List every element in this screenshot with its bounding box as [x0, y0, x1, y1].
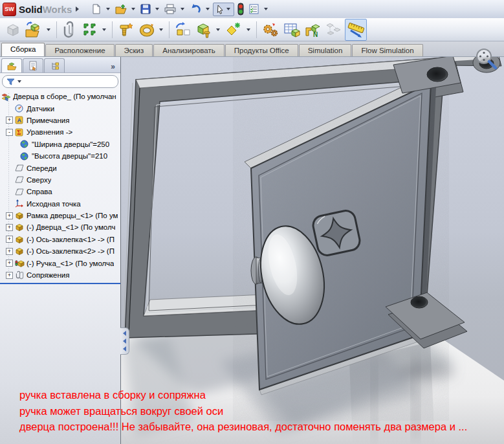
dropdown-caret-icon[interactable] — [206, 8, 210, 10]
tree-item-equation-height[interactable]: "Высота дверцы"=210 — [0, 150, 120, 162]
title-bar: SW SolidWorks — [0, 0, 504, 19]
expand-toggle[interactable]: - — [6, 129, 13, 136]
tab-simulation[interactable]: Simulation — [299, 44, 352, 56]
bill-of-materials-button[interactable] — [282, 20, 301, 39]
print-button[interactable] — [162, 3, 178, 16]
expand-toggle[interactable]: + — [6, 260, 13, 267]
assembly-toolbar: N — [0, 18, 504, 41]
dropdown-caret-icon[interactable] — [216, 28, 220, 31]
linear-component-pattern-button[interactable] — [81, 20, 99, 39]
tree-item-handle-part[interactable]: + (-) Ручка_<1> (По умолча — [0, 257, 120, 269]
dropdown-caret-icon[interactable] — [226, 8, 230, 10]
expand-toggle[interactable]: + — [6, 236, 13, 243]
annotation-text: ручка вставлена в сборку и сопряжна ручк… — [19, 387, 467, 435]
origin-icon — [15, 199, 25, 208]
expand-toggle[interactable]: + — [6, 248, 13, 255]
svg-text:Σ: Σ — [17, 129, 21, 136]
options-list-button[interactable] — [247, 3, 261, 16]
tree-item-axis-rivet-1[interactable]: + (-) Ось-заклепка<1> -> (П — [0, 234, 120, 245]
annotations-icon: A — [15, 116, 25, 124]
commandmanager-tabs: Сборка Расположение Эскиз Анализировать … — [0, 41, 504, 56]
show-hidden-components-icon — [174, 21, 192, 38]
expand-toggle[interactable]: + — [6, 224, 13, 231]
tab-layout[interactable]: Расположение — [45, 44, 114, 56]
brand-text: SolidWorks — [19, 4, 72, 15]
new-document-button[interactable] — [89, 3, 104, 16]
tree-item-plane-right[interactable]: Справа — [0, 186, 120, 197]
expand-toggle[interactable]: + — [6, 272, 13, 279]
tab-office-products[interactable]: Продукты Office — [225, 44, 298, 56]
dropdown-caret-icon[interactable] — [17, 80, 21, 83]
magnifier-icon[interactable] — [473, 47, 501, 75]
dropdown-caret-icon[interactable] — [159, 28, 163, 31]
tab-assembly[interactable]: Сборка — [1, 43, 45, 56]
assembly-icon — [1, 92, 11, 102]
tree-item-sensors[interactable]: Датчики — [0, 102, 120, 114]
panel-tabs: » — [0, 57, 120, 73]
dropdown-caret-icon[interactable] — [264, 8, 268, 10]
open-button[interactable] — [113, 3, 129, 16]
move-component-button[interactable] — [138, 20, 156, 39]
tree-item-door-part[interactable]: + (-) Дверца_<1> (По умолч — [0, 221, 120, 233]
tab-flow-simulation[interactable]: Flow Simulation — [352, 44, 422, 56]
tree-item-equation-width[interactable]: "Ширина дверцы"=250 — [0, 139, 120, 150]
bill-of-materials-icon — [283, 21, 301, 38]
tree-item-annotations[interactable]: + A Примечания — [0, 115, 120, 126]
tree-item-plane-front[interactable]: Спереди — [0, 162, 120, 173]
tree-item-frame-part[interactable]: + Рамка дверцы_<1> (По ум — [0, 210, 120, 221]
tree-item-origin[interactable]: Исходная точка — [0, 198, 120, 210]
featuremanager-tab[interactable] — [1, 58, 22, 72]
tree-filter-box[interactable] — [2, 75, 118, 88]
equations-icon: Σ — [15, 128, 25, 137]
part-icon — [15, 211, 25, 220]
sensors-icon — [15, 104, 25, 113]
undo-button[interactable] — [188, 3, 203, 16]
tree-item-axis-rivet-2[interactable]: + (-) Ось-заклепка<2> -> (П — [0, 245, 120, 257]
dropdown-caret-icon[interactable] — [106, 8, 110, 10]
dropdown-caret-icon[interactable] — [131, 8, 135, 10]
selection-filter-button[interactable] — [236, 2, 246, 16]
new-part-icon: N — [304, 21, 321, 38]
tab-sketch[interactable]: Эскиз — [115, 44, 153, 56]
new-part-button[interactable]: N — [303, 20, 322, 39]
save-icon — [140, 3, 151, 15]
dropdown-caret-icon[interactable] — [47, 28, 50, 31]
motion-study-button[interactable] — [261, 20, 280, 39]
show-hidden-components-button[interactable] — [173, 20, 193, 39]
mate-button[interactable] — [61, 19, 79, 40]
panel-overflow-chevron[interactable]: » — [111, 62, 119, 72]
instant3d-icon — [346, 21, 366, 39]
dropdown-caret-icon[interactable] — [102, 28, 106, 31]
tab-evaluate[interactable]: Анализировать — [153, 44, 224, 56]
traffic-light-icon — [237, 3, 245, 16]
assembly-features-button[interactable] — [195, 20, 213, 39]
smart-fasteners-button[interactable] — [116, 19, 136, 40]
dropdown-caret-icon[interactable] — [155, 8, 159, 10]
tree-item-root-assembly[interactable]: Дверца в сборе_ (По умолчан — [0, 91, 120, 102]
plane-icon — [15, 164, 25, 172]
tree-item-equations[interactable]: - Σ Уравнения -> — [0, 126, 120, 138]
instant3d-button[interactable] — [345, 19, 367, 41]
collapse-arrow-icon — [123, 346, 126, 351]
tree-item-mates[interactable]: + Сопряжения — [0, 269, 120, 281]
menu-expand-arrow-icon[interactable] — [76, 6, 79, 12]
expand-toggle[interactable]: + — [6, 212, 13, 219]
expand-toggle[interactable]: + — [6, 117, 13, 124]
select-tool-button[interactable] — [213, 3, 234, 16]
dropdown-caret-icon[interactable] — [247, 28, 250, 31]
panel-splitter-handle[interactable] — [120, 327, 129, 355]
plane-icon — [15, 175, 25, 184]
propertymanager-tab[interactable] — [23, 58, 43, 72]
print-icon — [164, 3, 177, 15]
dropdown-caret-icon[interactable] — [181, 8, 184, 10]
edit-component-icon — [5, 21, 21, 38]
reference-geometry-button[interactable] — [224, 19, 243, 40]
save-button[interactable] — [138, 3, 153, 16]
configurationmanager-tab[interactable] — [44, 58, 65, 72]
checklist-icon — [248, 3, 260, 15]
open-icon — [115, 3, 127, 15]
solidworks-logo-icon: SW — [3, 3, 16, 16]
insert-components-button[interactable] — [24, 19, 43, 40]
globe-icon — [20, 152, 30, 161]
tree-item-plane-top[interactable]: Сверху — [0, 174, 120, 186]
